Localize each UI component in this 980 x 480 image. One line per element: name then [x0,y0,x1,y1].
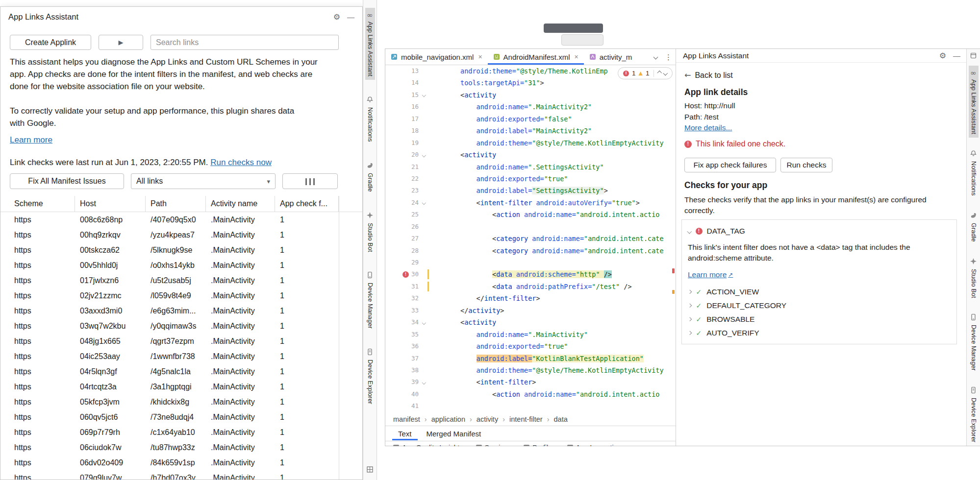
run-button[interactable]: ▶ [99,35,143,50]
table-row[interactable]: https060qv5jct6/73ne8udqj4.MainActivity1 [0,409,362,425]
links-filter-dropdown[interactable]: All links ▾ [131,173,276,189]
code-line[interactable]: 20<activity [385,149,676,161]
code-editor[interactable]: 13android:theme="@style/Theme.KotlinEmp1… [385,65,676,412]
tool-strip-item-notifications[interactable]: Notifications [968,146,979,199]
table-row[interactable]: https02jv21zzmc/l059v8t4e9.MainActivity1 [0,288,362,303]
fix-all-manifest-issues-button[interactable]: Fix All Manifest Issues [10,173,124,189]
check-row-action_view[interactable]: ✓ACTION_VIEW [682,285,956,299]
tool-strip-item-app-links-assistant[interactable]: ∞App Links Assistant [969,66,979,138]
previous-issue-icon[interactable] [657,71,661,75]
close-icon[interactable]: × [575,53,578,61]
gear-icon[interactable]: ⚙ [333,12,340,22]
code-line[interactable]: 35android:name=".MainActivity" [385,329,676,340]
tool-strip-item-notifications[interactable]: Notifications [365,93,375,145]
code-line[interactable]: 32</intent-filter> [385,292,676,304]
minimize-icon[interactable]: — [953,51,960,60]
more-details-link[interactable]: More details... [684,123,732,132]
tool-strip-item-device-explorer[interactable]: Device Explorer [968,383,979,446]
code-line[interactable]: 21android:name=".SettingsActivity" [385,161,676,173]
column-header[interactable]: App check f... [275,196,339,212]
run-checks-now-link[interactable]: Run checks now [210,158,272,167]
column-header[interactable]: Activity name [206,196,275,212]
tool-strip-item-gradle[interactable]: Gradle [968,208,979,245]
editor-view-tab-merged-manifest[interactable]: Merged Manifest [421,427,487,440]
window-icon[interactable] [970,52,977,61]
back-to-list-link[interactable]: ← Back to list [684,71,733,80]
tool-window-button[interactable]: App Inspection [567,444,622,446]
table-row[interactable]: https079g9luv7w/h7bd07ox3y.MainActivity1 [0,470,362,480]
table-row[interactable]: https048jg1x665/qgrt37ezpm.MainActivity1 [0,334,362,349]
table-row[interactable]: https00hq9zrkqv/yzu4kpeas7.MainActivity1 [0,227,362,242]
tabs-dropdown-icon[interactable] [653,55,658,60]
code-line[interactable]: !30<data android:scheme="http" /> [385,268,676,280]
code-line[interactable]: 33</activity> [385,305,676,316]
error-stripe-mark[interactable] [672,268,675,273]
table-row[interactable]: https03axxd3mi0/e6g63mim....MainActivity… [0,303,362,318]
tool-window-button[interactable]: Profiler [524,444,554,446]
fold-icon[interactable] [422,201,426,205]
check-row-data-tag[interactable]: ! DATA_TAG [688,227,956,236]
table-row[interactable]: https03wq7w2kbu/y0qqimaw3s.MainActivity1 [0,318,362,334]
table-row[interactable]: https04rtcqtz3a/3a1hgptqgi.MainActivity1 [0,379,362,394]
fold-icon[interactable] [422,93,426,97]
minimize-icon[interactable]: — [347,13,354,21]
fold-icon[interactable] [422,321,426,325]
editor-tab-activity_m[interactable]: activity_m [584,49,638,65]
table-row[interactable]: https05kfcp3jvm/khidckix8g.MainActivity1 [0,394,362,409]
code-line[interactable]: 26 [385,221,676,233]
check-row-default_category[interactable]: ✓DEFAULT_CATEGORY [682,299,956,312]
learn-more-link[interactable]: Learn more ↗ [688,270,733,279]
code-line[interactable]: 15<activity [385,89,676,101]
run-checks-button[interactable]: Run checks [780,158,832,172]
code-line[interactable]: 38android:theme="@style/Theme.KotlinEmpt… [385,364,676,376]
code-line[interactable]: 40<action android:name="android.intent.a… [385,388,676,400]
code-line[interactable]: 29 [385,257,676,268]
more-options-icon[interactable]: ⋮ [665,53,672,62]
gear-icon[interactable]: ⚙ [939,51,946,60]
breadcrumb-item[interactable]: activity [477,415,498,423]
table-row[interactable]: https04ic253aay/1wwnfbr738.MainActivity1 [0,349,362,364]
table-row[interactable]: https008c6z68np/407e09q5x0.MainActivity1 [0,212,362,227]
tool-strip-item-studio-bot[interactable]: Studio Bot [968,254,979,302]
code-line[interactable]: 31<data android:pathPrefix="/test" /> [385,281,676,292]
code-line[interactable]: 16android:name=".MainActivity2" [385,101,676,113]
editor-tab-mobile_navigation.xml[interactable]: mobile_navigation.xml× [385,49,488,65]
tool-strip-item-device-explorer[interactable]: Device Explorer [365,345,375,408]
code-line[interactable]: 19android:theme="@style/Theme.KotlinEmpt… [385,137,676,149]
tool-strip-item-app-links-assistant[interactable]: ∞App Links Assistant [365,8,375,80]
search-links-input[interactable] [151,35,339,50]
create-applink-button[interactable]: Create Applink [10,35,91,50]
code-line[interactable]: 24<intent-filter android:autoVerify="tru… [385,197,676,209]
fold-icon[interactable] [422,153,426,157]
tool-strip-item-gradle[interactable]: Gradle [365,158,375,195]
learn-more-link[interactable]: Learn more [10,135,52,145]
code-line[interactable]: 27<category android:name="android.intent… [385,233,676,244]
tool-window-button[interactable]: App Quality Insights [393,444,463,446]
column-header[interactable]: Path [146,196,206,212]
tool-window-button[interactable]: Services [476,444,511,446]
breadcrumb-item[interactable]: data [554,415,568,423]
code-line[interactable]: 17android:exported="false" [385,113,676,125]
table-row[interactable]: https00tskcza62/5lknugk9se.MainActivity1 [0,242,362,258]
code-line[interactable]: 41 [385,400,676,412]
check-row-browsable[interactable]: ✓BROWSABLE [682,312,956,326]
column-header[interactable]: Host [75,196,146,212]
code-line[interactable]: 18android:label="MainActivity2" [385,125,676,137]
fix-app-check-failures-button[interactable]: Fix app check failures [684,158,776,172]
next-issue-icon[interactable] [663,71,668,75]
code-line[interactable]: 36android:exported="true" [385,340,676,352]
code-line[interactable]: 37android:label="KotlinBlankTestApplicat… [385,353,676,364]
table-row[interactable]: https06dv02o409/84k659v1sp.MainActivity1 [0,455,362,470]
table-row[interactable]: https04r5lqn3gf/4g5nalc1la.MainActivity1 [0,364,362,379]
code-line[interactable]: 39<intent-filter> [385,376,676,388]
code-line[interactable]: 22android:exported="true" [385,173,676,185]
breadcrumb-item[interactable]: manifest [393,415,420,423]
warning-stripe-mark[interactable] [672,290,675,294]
table-row[interactable]: https06ciudok7w/tu87hwp33z.MainActivity1 [0,440,362,455]
tool-strip-item-device-manager[interactable]: Device Manager [365,268,375,332]
layout-inspector-icon[interactable] [363,466,377,473]
tool-strip-item-studio-bot[interactable]: Studio Bot [365,208,375,256]
toggle-columns-button[interactable] [282,173,338,189]
inspections-widget[interactable]: ! 1 ▲ 1 [618,67,673,79]
editor-view-tab-text[interactable]: Text [392,427,418,440]
